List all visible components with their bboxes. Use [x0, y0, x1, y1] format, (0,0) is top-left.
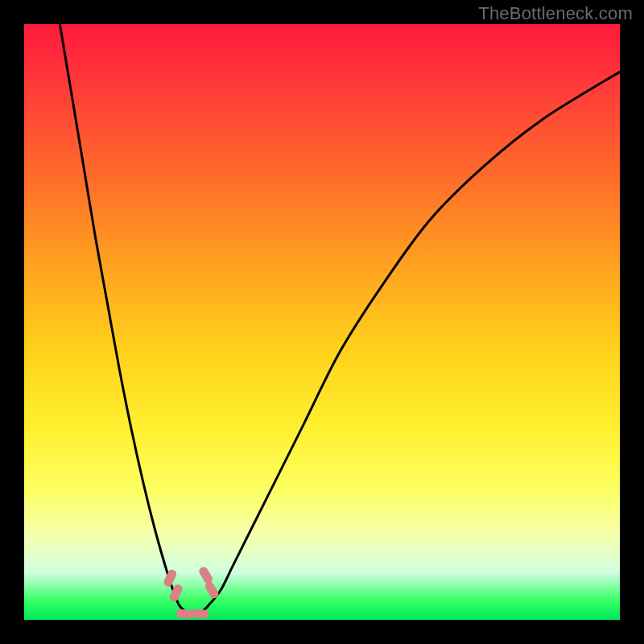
right-cluster-1: [197, 565, 214, 585]
watermark-text: TheBottleneck.com: [478, 3, 633, 24]
curve-markers: [163, 565, 221, 619]
bottleneck-curve: [60, 24, 620, 614]
chart-svg: [24, 24, 620, 620]
bottom-cluster-2: [191, 609, 209, 619]
chart-frame: [24, 24, 620, 620]
left-cluster-1: [163, 568, 178, 588]
right-cluster-2: [204, 580, 221, 601]
